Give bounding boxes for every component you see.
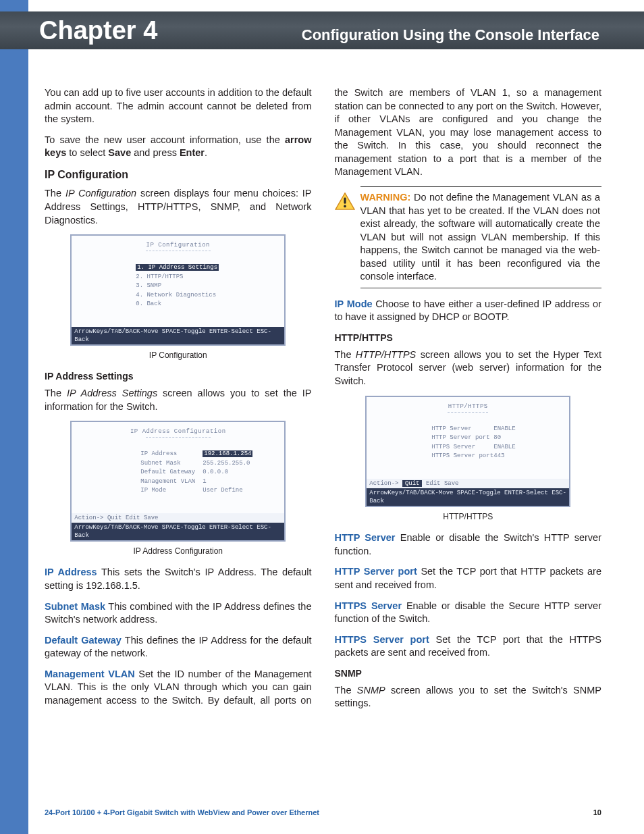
menu-item: 0. Back — [136, 300, 284, 309]
term: HTTP Server port — [335, 566, 417, 577]
console-title: IP Configuration — [72, 236, 284, 253]
definition: HTTP Server Enable or disable the Switch… — [335, 531, 602, 558]
field-label: Default Gateway — [140, 468, 203, 477]
console-fields: HTTP ServerENABLE HTTP Server port80 HTT… — [367, 414, 569, 479]
field-row: Default Gateway0.0.0.0 — [140, 468, 284, 477]
text: To save the new user account information… — [45, 134, 285, 145]
actions-list: Quit Edit Save — [107, 515, 159, 521]
paragraph: To save the new user account information… — [45, 134, 312, 160]
underline — [448, 412, 488, 413]
text: . — [205, 147, 207, 158]
text: The — [45, 388, 67, 398]
console-screenshot: IP Configuration 1. IP Address Settings … — [70, 234, 286, 346]
field-value: 192.168.1.254 — [203, 450, 252, 457]
field-row: IP Address192.168.1.254 — [140, 450, 284, 459]
console-footer: ArrowKeys/TAB/BACK-Move SPACE-Toggle ENT… — [72, 523, 284, 540]
text: Action-> — [74, 515, 103, 521]
heading-http-https: HTTP/HTTPS — [335, 332, 602, 344]
text: HTTP/HTTPS — [448, 403, 488, 410]
menu-item: 3. SNMP — [136, 282, 284, 291]
paragraph: You can add up to five user accounts in … — [45, 86, 312, 126]
field-value: 443 — [493, 452, 504, 461]
console-screenshot: HTTP/HTTPS HTTP ServerENABLE HTTP Server… — [365, 396, 570, 508]
field-row: HTTPS Server port443 — [431, 452, 569, 461]
field-value: User Define — [203, 486, 242, 496]
definition: Subnet Mask This combined with the IP Ad… — [45, 600, 312, 627]
term: IP Mode — [335, 298, 373, 309]
selected-item: 1. IP Address Settings — [136, 264, 219, 271]
term: Subnet Mask — [45, 601, 105, 612]
warning-text: WARNING: Do not define the Management VL… — [360, 191, 601, 284]
footer-product: 24-Port 10/100 + 4-Port Gigabit Switch w… — [45, 808, 319, 816]
paragraph: The IP Configuration screen displays fou… — [45, 187, 312, 227]
term: HTTPS Server port — [335, 634, 429, 645]
field-row: IP ModeUser Define — [140, 486, 284, 496]
page: Chapter 4 Configuration Using the Consol… — [0, 0, 644, 834]
field-row: HTTPS ServerENABLE — [431, 443, 569, 452]
console-actions: Action-> Quit Edit Save — [72, 513, 284, 523]
menu-item: 2. HTTP/HTTPS — [136, 273, 284, 282]
underline — [146, 437, 211, 438]
field-label: IP Mode — [140, 486, 203, 496]
field-label: Subnet Mask — [140, 459, 203, 469]
term: Management VLAN — [45, 669, 135, 679]
chapter-header: Chapter 4 Configuration Using the Consol… — [0, 11, 644, 49]
italic: IP Configuration — [65, 188, 136, 199]
heading-ip-configuration: IP Configuration — [45, 167, 312, 182]
definition: IP Mode Choose to have either a user-def… — [335, 298, 602, 324]
field-label: HTTP Server port — [431, 434, 493, 443]
field-value: 1 — [203, 477, 206, 487]
term: HTTP Server — [335, 532, 396, 543]
selected-action: Quit — [402, 480, 423, 487]
body-columns: You can add up to five user accounts in … — [45, 86, 601, 795]
field-row: HTTP Server port80 — [431, 434, 569, 443]
menu-item: 4. Network Diagnostics — [136, 291, 284, 301]
paragraph: The IP Address Settings screen allows yo… — [45, 387, 312, 413]
definition: HTTPS Server Enable or disable the Secur… — [335, 600, 602, 626]
page-footer: 24-Port 10/100 + 4-Port Gigabit Switch w… — [45, 808, 601, 816]
field-label: Management VLAN — [140, 477, 203, 487]
text: The — [335, 349, 356, 360]
underline — [146, 251, 211, 251]
field-row: Management VLAN1 — [140, 477, 284, 487]
text: Choose to have either a user-defined IP … — [335, 298, 602, 323]
field-value: ENABLE — [493, 443, 515, 452]
field-label: HTTPS Server port — [431, 452, 493, 461]
text: The — [45, 188, 65, 199]
field-label: IP Address — [140, 450, 203, 459]
definition: HTTPS Server port Set the TCP port that … — [335, 633, 602, 660]
svg-point-2 — [344, 205, 346, 208]
definition: IP Address This sets the Switch's IP Add… — [45, 566, 312, 592]
side-accent — [0, 0, 28, 834]
paragraph: The SNMP screen allows you to set the Sw… — [335, 684, 602, 710]
field-row: Subnet Mask255.255.255.0 — [140, 459, 284, 469]
field-value: 255.255.255.0 — [203, 459, 250, 469]
actions-list: Edit Save — [422, 480, 458, 487]
page-number: 10 — [593, 808, 601, 816]
figure-caption: IP Address Configuration — [45, 546, 312, 556]
figure-ip-configuration: IP Configuration 1. IP Address Settings … — [45, 234, 312, 361]
field-label: HTTP Server — [431, 425, 493, 434]
figure-http-https: HTTP/HTTPS HTTP ServerENABLE HTTP Server… — [335, 396, 602, 523]
heading-ip-address-settings: IP Address Settings — [45, 370, 312, 383]
warning-icon — [335, 192, 354, 284]
definition: Default Gateway This defines the IP Addr… — [45, 634, 312, 660]
term: Default Gateway — [45, 635, 122, 646]
console-fields: IP Address192.168.1.254 Subnet Mask255.2… — [72, 439, 284, 513]
figure-caption: HTTP/HTTPS — [335, 511, 602, 522]
console-menu: 1. IP Address Settings 2. HTTP/HTTPS 3. … — [72, 253, 284, 327]
console-actions: Action-> Quit Edit Save — [367, 479, 569, 488]
bold: Save — [108, 147, 131, 158]
field-label: HTTPS Server — [431, 443, 493, 452]
console-footer: ArrowKeys/TAB/BACK-Move SPACE-Toggle ENT… — [72, 327, 284, 344]
warning-label: WARNING: — [360, 192, 411, 203]
field-value: ENABLE — [493, 425, 515, 434]
definition: HTTP Server port Set the TCP port that H… — [335, 565, 602, 592]
paragraph: The HTTP/HTTPS screen allows you to set … — [335, 348, 602, 388]
term: HTTPS Server — [335, 600, 402, 611]
text: IP Configuration — [146, 242, 210, 249]
chapter-title: Configuration Using the Console Interfac… — [302, 26, 599, 44]
warning-box: WARNING: Do not define the Management VL… — [360, 186, 602, 288]
field-value: 0.0.0.0 — [203, 468, 228, 477]
field-value: 80 — [493, 434, 501, 443]
